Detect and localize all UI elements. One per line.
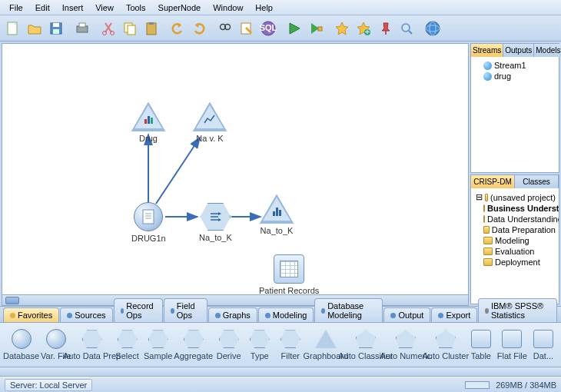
- tree-root[interactable]: ⊟ (unsaved project): [474, 191, 556, 203]
- node-drug1n-source[interactable]: DRUG1n: [131, 202, 166, 243]
- run-icon[interactable]: [284, 18, 304, 38]
- project-tabs: CRISP-DM Classes: [471, 175, 559, 188]
- save-icon[interactable]: [46, 18, 66, 38]
- undo-icon[interactable]: [168, 18, 188, 38]
- streams-list: Stream1 drug: [471, 57, 559, 172]
- palette-node-icon: [11, 328, 32, 350]
- tree-item[interactable]: Data Preparation: [474, 224, 556, 235]
- node-label: Na_to_K: [261, 226, 294, 235]
- run-selection-icon[interactable]: [306, 18, 326, 38]
- palette-node-icon: [183, 328, 204, 350]
- tree-item[interactable]: Modeling: [474, 235, 556, 246]
- node-natok-derive[interactable]: Na_to_K: [199, 203, 232, 242]
- node-natok-graph[interactable]: Na_to_K: [260, 194, 294, 235]
- palette-node-label: Type: [251, 351, 269, 360]
- palette-tab[interactable]: Favorites: [3, 307, 59, 322]
- node-patient-table[interactable]: Patient Records: [259, 254, 319, 295]
- progress-indicator: [465, 381, 490, 389]
- print-icon[interactable]: [72, 18, 92, 38]
- menu-view[interactable]: View: [89, 2, 120, 14]
- tab-label: Sources: [75, 311, 105, 320]
- tab-models[interactable]: Models: [534, 44, 561, 57]
- menu-supernode[interactable]: SuperNode: [152, 2, 207, 14]
- palette-node[interactable]: Type: [245, 328, 274, 360]
- palette-node[interactable]: Select: [113, 328, 142, 360]
- status-bar: Server: Local Server 269MB / 384MB: [0, 377, 561, 392]
- node-drug-graph[interactable]: Drug: [131, 102, 165, 143]
- stream-item[interactable]: Stream1: [474, 60, 556, 71]
- favorite-icon[interactable]: [332, 18, 352, 38]
- palette-node[interactable]: Auto Cluster: [427, 328, 465, 360]
- edit-node-icon[interactable]: [237, 18, 257, 38]
- menu-help[interactable]: Help: [249, 2, 279, 14]
- menu-window[interactable]: Window: [207, 2, 249, 14]
- svg-point-24: [426, 22, 440, 35]
- folder-icon: [483, 226, 490, 234]
- copy-icon[interactable]: [120, 18, 140, 38]
- tab-streams[interactable]: Streams: [471, 44, 503, 57]
- tree-item[interactable]: Deployment: [474, 257, 556, 267]
- palette-h-scrollbar[interactable]: [0, 367, 561, 377]
- tab-label: Modeling: [273, 311, 307, 320]
- node-navk-graph[interactable]: Na v. K: [193, 102, 227, 143]
- palette-node-label: Aggregate: [174, 351, 213, 360]
- palette-node-label: Flat File: [497, 351, 527, 360]
- zoom-icon[interactable]: [397, 18, 417, 38]
- palette-node[interactable]: Auto Data Prep: [73, 328, 111, 360]
- tab-dot-icon: [121, 308, 124, 314]
- menu-tools[interactable]: Tools: [120, 2, 152, 14]
- menu-file[interactable]: File: [3, 2, 29, 14]
- palette-node[interactable]: Filter: [276, 328, 305, 360]
- globe-icon[interactable]: [423, 18, 443, 38]
- sql-icon[interactable]: SQL: [258, 18, 278, 38]
- palette-tab[interactable]: Field Ops: [164, 298, 207, 322]
- palette-node[interactable]: Auto Numeric: [387, 328, 425, 360]
- palette-tab[interactable]: Output: [383, 307, 430, 322]
- cut-icon[interactable]: [98, 18, 118, 38]
- palette-node[interactable]: Aggregate: [174, 328, 213, 360]
- palette-node-label: Sample: [144, 351, 172, 360]
- menu-insert[interactable]: Insert: [56, 2, 90, 14]
- find-icon[interactable]: [215, 18, 235, 38]
- palette-tab[interactable]: Database Modeling: [314, 298, 383, 322]
- palette-node[interactable]: Dat...: [529, 328, 558, 360]
- tab-crispdm[interactable]: CRISP-DM: [471, 175, 515, 188]
- tree-item[interactable]: Evaluation: [474, 246, 556, 257]
- palette-node[interactable]: Flat File: [497, 328, 527, 360]
- tree-item[interactable]: Data Understanding: [474, 214, 556, 224]
- svg-text:SQL: SQL: [260, 23, 277, 32]
- palette-node[interactable]: Table: [466, 328, 496, 360]
- svg-rect-11: [149, 22, 154, 25]
- palette-node-icon: [249, 328, 271, 350]
- tab-label: Graphs: [223, 311, 251, 320]
- menu-edit[interactable]: Edit: [29, 2, 56, 14]
- palette-tab[interactable]: Record Ops: [114, 298, 164, 322]
- tree-item[interactable]: Business Understanding: [474, 203, 556, 214]
- redo-icon[interactable]: [189, 18, 209, 38]
- pin-icon[interactable]: [375, 18, 395, 38]
- stream-canvas[interactable]: Drug Na v. K DRUG1n Na_to_K Na_to_K Pati: [2, 43, 469, 295]
- tab-classes[interactable]: Classes: [515, 175, 559, 188]
- palette-node-label: Dat...: [533, 351, 553, 360]
- palette-tab[interactable]: Modeling: [258, 307, 314, 322]
- palette-node[interactable]: Database: [3, 328, 39, 360]
- server-status[interactable]: Server: Local Server: [5, 379, 92, 391]
- palette-node[interactable]: Sample: [144, 328, 173, 360]
- stream-icon: [483, 61, 492, 70]
- open-icon[interactable]: [25, 18, 45, 38]
- tab-outputs[interactable]: Outputs: [503, 44, 534, 57]
- svg-point-6: [103, 31, 107, 35]
- add-favorite-icon[interactable]: +: [354, 18, 373, 38]
- palette-node[interactable]: Derive: [214, 328, 244, 360]
- palette-node[interactable]: Auto Classifier: [347, 328, 385, 360]
- tab-label: Favorites: [18, 311, 52, 320]
- palette-tab[interactable]: IBM® SPSS® Statistics: [478, 298, 557, 322]
- paste-icon[interactable]: [141, 18, 161, 38]
- new-stream-icon[interactable]: [3, 18, 23, 38]
- palette-tab[interactable]: Sources: [60, 307, 112, 322]
- palette-tab[interactable]: Export: [431, 307, 477, 322]
- stream-item[interactable]: drug: [474, 71, 556, 81]
- memory-status: 269MB / 384MB: [496, 380, 556, 390]
- canvas-h-scrollbar[interactable]: [2, 295, 469, 306]
- palette-tab[interactable]: Graphs: [208, 307, 257, 322]
